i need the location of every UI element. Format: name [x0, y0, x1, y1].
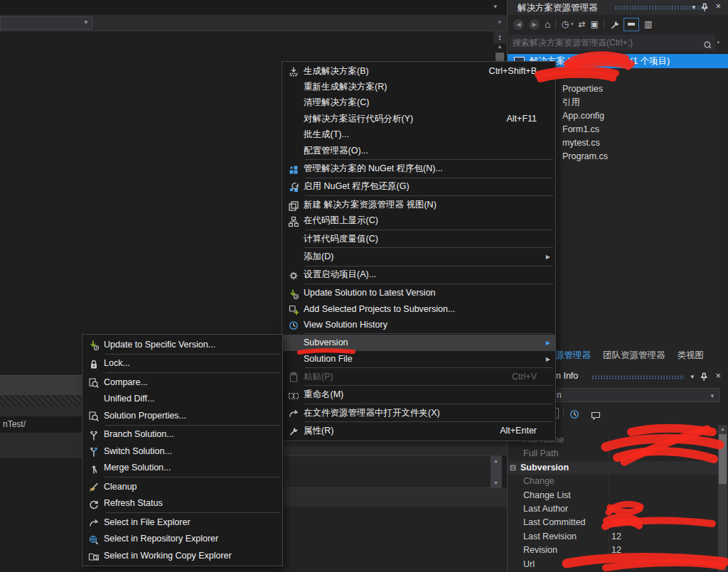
menu-item-enable-nuget-restore[interactable]: 启用 NuGet 程序包还原(G)	[282, 179, 555, 195]
submenu-item-update-specific-version[interactable]: Update to Specific Version...	[82, 336, 282, 353]
menu-item-build-solution[interactable]: 生成解决方案(B)Ctrl+Shift+B	[282, 63, 555, 79]
pending-changes-filter-icon[interactable]: ◷	[561, 19, 568, 30]
grid-row-change-list[interactable]: Change List	[508, 489, 718, 502]
menu-separator	[305, 247, 553, 248]
toolbar-combobox[interactable]: ▼	[0, 16, 92, 30]
properties-wrench-icon[interactable]	[609, 18, 619, 31]
merge-icon	[82, 461, 104, 474]
code-map-icon	[282, 215, 304, 227]
close-icon[interactable]: ×	[715, 370, 721, 381]
collapse-box-icon[interactable]: ⊟	[510, 461, 516, 475]
tab-solution-explorer[interactable]: 源管理器	[555, 350, 591, 362]
switch-icon	[82, 445, 104, 458]
menu-item-view-solution-history[interactable]: View Solution History	[282, 317, 555, 333]
menu-item-rebuild-solution[interactable]: 重新生成解决方案(R)	[282, 79, 555, 95]
background-window-strip	[0, 375, 82, 396]
menu-item-add[interactable]: 添加(D)▶	[282, 249, 555, 264]
submenu-item-compare[interactable]: Compare...	[82, 374, 282, 391]
toolbar-overflow-chevron-icon[interactable]: ▾	[493, 3, 497, 10]
submenu-item-refresh-status[interactable]: Refresh Status	[82, 495, 282, 512]
grid-row-full-path[interactable]: Full Path	[508, 447, 718, 460]
submenu-item-branch-solution[interactable]: Branch Solution...	[82, 426, 282, 443]
tab-class-view[interactable]: 类视图	[678, 350, 705, 362]
scroll-down-icon[interactable]: ▼	[491, 480, 501, 485]
menu-item-subversion[interactable]: Subversion▶	[282, 335, 555, 350]
menu-item-show-on-code-map[interactable]: 在代码图上显示(C)	[282, 213, 555, 229]
background-textarea: ▲▼	[284, 455, 502, 488]
search-options-chevron-icon[interactable]: ▾	[717, 40, 719, 45]
tab-team-explorer[interactable]: 团队资源管理器	[603, 350, 665, 362]
close-icon[interactable]: ×	[715, 1, 721, 11]
menu-item-rename[interactable]: 重命名(M)	[282, 387, 555, 402]
grid-row-last-author[interactable]: Last Author	[508, 502, 718, 516]
background-scrollbar[interactable]: ▲▼	[491, 456, 501, 487]
show-all-files-button[interactable]	[623, 18, 639, 31]
menu-item-add-projects-to-subversion[interactable]: Add Selected Projects to Subversion...	[282, 301, 555, 316]
submenu-item-merge-solution[interactable]: Merge Solution...	[82, 460, 282, 477]
panel-grip	[592, 375, 684, 379]
menu-separator	[305, 367, 553, 368]
menu-item-manage-nuget[interactable]: 管理解决方案的 NuGet 程序包(N)...	[282, 161, 555, 176]
refresh-icon[interactable]: ⇄	[578, 19, 585, 30]
background-panel-strip	[282, 488, 507, 507]
toolbar-overflow-chevron-icon[interactable]: ▾	[498, 18, 501, 26]
refresh-icon	[82, 497, 104, 509]
grid-category-subversion[interactable]: ⊟Subversion	[508, 461, 718, 475]
menu-item-properties[interactable]: 属性(R)Alt+Enter	[282, 423, 555, 438]
sync-with-active-document-icon[interactable]: ▥	[644, 19, 652, 30]
menu-item-calculate-code-metrics[interactable]: 计算代码度量值(C)	[282, 231, 555, 247]
history-icon[interactable]	[569, 407, 579, 420]
submenu-item-switch-solution[interactable]: Switch Solution...	[82, 443, 282, 460]
solution-explorer-header[interactable]: 解决方案资源管理器 ▾ ×	[508, 0, 728, 15]
menu-separator	[305, 284, 553, 284]
menu-item-solution-file[interactable]: Solution File▶	[282, 351, 555, 367]
forward-icon[interactable]: ▶	[529, 19, 540, 30]
window-position-chevron-icon[interactable]: ▾	[690, 373, 694, 380]
comment-icon[interactable]	[590, 408, 600, 421]
window-position-chevron-icon[interactable]: ▾	[692, 4, 695, 11]
scroll-up-icon[interactable]: ▲	[718, 426, 727, 431]
submenu-item-select-in-working-copy-explorer[interactable]: Select in Working Copy Explorer	[82, 547, 282, 564]
menu-item-batch-build[interactable]: 批生成(T)...	[282, 127, 555, 143]
editor-split-handle-icon[interactable]: ↕	[493, 31, 506, 43]
pin-icon[interactable]	[699, 1, 708, 11]
menu-item-open-folder-in-file-explorer[interactable]: 在文件资源管理器中打开文件夹(X)	[282, 405, 555, 421]
scroll-up-icon[interactable]: ▲	[491, 458, 501, 463]
collapse-all-icon[interactable]: ▣	[591, 19, 599, 30]
menu-item-clean-solution[interactable]: 清理解决方案(C)	[282, 95, 555, 111]
search-icon[interactable]	[702, 37, 711, 50]
lock-icon	[82, 357, 104, 369]
svn-update-icon	[82, 338, 104, 351]
grid-scrollbar[interactable]: ▲	[718, 425, 727, 571]
menu-item-configuration-manager[interactable]: 配置管理器(O)...	[282, 143, 555, 158]
toolbar-separator	[555, 19, 556, 29]
editor-scrollbar-up-icon[interactable]: ▲	[495, 43, 505, 50]
grid-row-last-committed[interactable]: Last Committed	[508, 516, 718, 529]
submenu-item-cleanup[interactable]: Cleanup	[82, 478, 282, 495]
pin-icon[interactable]	[698, 371, 707, 381]
solution-label-suffix: (1 个项目)	[630, 54, 670, 68]
back-icon[interactable]: ◀	[513, 19, 524, 30]
chevron-down-icon[interactable]: ▾	[571, 21, 574, 27]
menu-item-paste: 粘贴(P)Ctrl+V	[282, 369, 555, 384]
subversion-submenu: Update to Specific Version... Lock... Co…	[82, 334, 283, 566]
submenu-item-select-in-repository-explorer[interactable]: Select in Repository Explorer	[82, 531, 282, 548]
menu-item-run-code-analysis[interactable]: 对解决方案运行代码分析(Y)Alt+F11	[282, 111, 555, 126]
submenu-item-solution-properties[interactable]: Solution Properties...	[82, 407, 282, 424]
grid-row-change[interactable]: Change	[508, 475, 718, 488]
background-panel-strip	[282, 507, 507, 572]
submenu-item-lock[interactable]: Lock...	[82, 355, 282, 372]
grid-row-url[interactable]: Url	[508, 558, 718, 571]
solution-properties-icon	[82, 409, 104, 422]
submenu-item-select-in-file-explorer[interactable]: Select in File Explorer	[82, 514, 282, 531]
grid-row-revision[interactable]: Revision12	[508, 544, 718, 557]
grid-row-last-revision[interactable]: Last Revision12	[508, 530, 718, 544]
scrollbar-thumb[interactable]	[719, 434, 727, 484]
menu-item-update-solution-latest[interactable]: Update Solution to Latest Version	[282, 285, 555, 301]
menu-item-set-startup-projects[interactable]: 设置启动项目(A)...	[282, 267, 555, 283]
search-input[interactable]	[509, 35, 715, 50]
submenu-item-unified-diff[interactable]: Unified Diff...	[82, 391, 282, 408]
menu-item-new-solution-explorer-view[interactable]: 新建 解决方案资源管理器 视图(N)	[282, 197, 555, 212]
working-copy-explorer-icon	[82, 549, 104, 562]
home-icon[interactable]: ⌂	[545, 19, 550, 30]
